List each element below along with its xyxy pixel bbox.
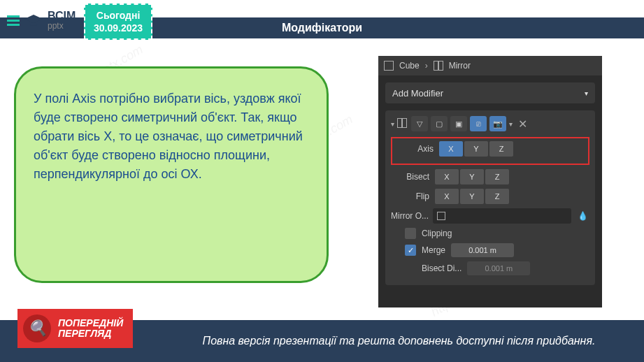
merge-checkbox[interactable]: ✓	[405, 245, 416, 256]
blender-modifier-panel: Cube › Mirror Add Modifier ▾ ▾ ▽ ▢ ▣ ⎚ 📷…	[378, 56, 602, 307]
preview-badge: 🔍 ПОПЕРЕДНІЙ ПЕРЕГЛЯД	[17, 309, 133, 348]
mirror-small-icon	[397, 118, 408, 129]
chevron-right-icon: ›	[425, 61, 428, 71]
footer-text: Повна версія презентації та решта доповн…	[203, 334, 596, 349]
render-icon[interactable]: 📷	[489, 116, 506, 131]
logo-main-text: ВСІМ	[48, 10, 76, 22]
chevron-down-icon: ▾	[585, 89, 588, 97]
axis-x-button[interactable]: X	[439, 141, 463, 157]
merge-label: Merge	[422, 245, 445, 255]
magnifier-icon: 🔍	[28, 319, 47, 338]
explanation-box: У полі Axis потрібно вибрати вісь, уздов…	[14, 66, 329, 283]
clipping-label: Clipping	[422, 229, 452, 238]
graduation-cap-icon	[23, 13, 44, 27]
axis-highlight-box: Axis X Y Z	[391, 137, 589, 165]
clipping-checkbox[interactable]	[405, 228, 416, 239]
preview-line1: ПОПЕРЕДНІЙ	[58, 318, 123, 328]
cube-icon	[384, 61, 394, 71]
logo: ВСІМ pptx	[7, 10, 76, 30]
merge-value-field[interactable]: 0.001 m	[451, 243, 514, 257]
axis-label: Axis	[395, 144, 434, 154]
mirror-object-field[interactable]	[433, 208, 571, 224]
realtime-icon[interactable]: ⎚	[470, 116, 487, 131]
date-value: 30.09.2023	[94, 22, 143, 34]
logo-sub-text: pptx	[48, 22, 76, 30]
mirror-icon	[434, 61, 443, 71]
edit-mode-icon[interactable]: ▢	[431, 116, 448, 131]
magnifier-circle: 🔍	[23, 314, 51, 342]
panel-breadcrumb: Cube › Mirror	[378, 56, 602, 75]
explanation-text: У полі Axis потрібно вибрати вісь, уздов…	[34, 89, 309, 184]
bisect-x-button[interactable]: X	[435, 169, 459, 184]
close-icon[interactable]: ✕	[518, 117, 527, 131]
flip-x-button[interactable]: X	[435, 189, 459, 204]
add-modifier-label: Add Modifier	[392, 88, 443, 99]
bisect-dist-value-field[interactable]: 0.001 m	[467, 261, 530, 275]
collapse-icon[interactable]: ▾	[391, 120, 394, 128]
modifier-body: ▾ ▽ ▢ ▣ ⎚ 📷 ▾ ✕ Axis X Y Z Bisect X	[385, 110, 595, 285]
bisect-y-button[interactable]: Y	[460, 169, 484, 184]
date-label: Сьогодні	[94, 9, 143, 22]
object-icon	[437, 212, 445, 220]
date-badge: Сьогодні 30.09.2023	[84, 3, 152, 40]
eyedropper-icon[interactable]: 💧	[575, 209, 589, 223]
breadcrumb-object[interactable]: Cube	[399, 61, 420, 71]
add-modifier-dropdown[interactable]: Add Modifier ▾	[385, 82, 595, 103]
lamp-icon[interactable]: ▽	[411, 116, 428, 131]
flip-y-button[interactable]: Y	[460, 189, 484, 204]
extras-chevron-icon[interactable]: ▾	[509, 120, 513, 128]
axis-y-button[interactable]: Y	[464, 141, 488, 157]
mirror-object-label: Mirror O...	[391, 211, 429, 221]
page-title: Модифікатори	[282, 22, 362, 34]
bisect-dist-label: Bisect Di...	[422, 263, 461, 273]
preview-line2: ПЕРЕГЛЯД	[58, 328, 123, 339]
axis-z-button[interactable]: Z	[489, 141, 513, 157]
cage-icon[interactable]: ▣	[450, 116, 467, 131]
flip-z-button[interactable]: Z	[485, 189, 509, 204]
bisect-z-button[interactable]: Z	[485, 169, 509, 184]
bisect-label: Bisect	[391, 172, 429, 182]
logo-lines-icon	[7, 15, 20, 26]
breadcrumb-modifier[interactable]: Mirror	[449, 61, 471, 71]
flip-label: Flip	[391, 191, 429, 201]
